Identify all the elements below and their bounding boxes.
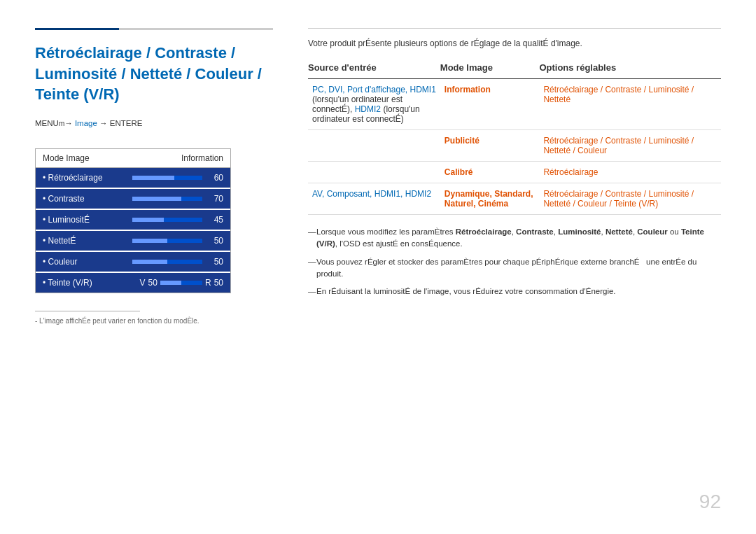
left-column: Rétroéclairage / Contraste / Luminosité … <box>35 28 294 513</box>
osd-row-contraste: • Contraste 70 <box>36 189 230 209</box>
osd-row-nettete: • NettetÉ 50 <box>36 231 230 251</box>
osd-teinte-r-value: 50 <box>214 278 223 288</box>
mode-publicite: Publicité <box>444 136 479 146</box>
osd-bar-fill-luminosite <box>132 218 164 222</box>
osd-label-nettete: • NettetÉ <box>43 236 132 246</box>
osd-row-luminosite: • LuminositÉ 45 <box>36 210 230 230</box>
source-pc-dvi: PC, DVI, Port d'affichage, HDMI1 <box>312 85 436 94</box>
info-table: Source d'entrée Mode Image Options régla… <box>308 59 721 215</box>
osd-value-nettete: 50 <box>208 236 223 246</box>
osd-value-contraste: 70 <box>208 194 223 204</box>
table-row-pc: PC, DVI, Port d'affichage, HDMI1 (lorsqu… <box>308 79 721 130</box>
source-cell-empty1 <box>308 130 440 162</box>
source-cell-av: AV, Composant, HDMI1, HDMI2 <box>308 183 440 215</box>
mode-cell-publicite: Publicité <box>440 130 540 162</box>
osd-value-retroeclairage: 60 <box>208 173 223 183</box>
footnote-line <box>35 311 140 311</box>
header-options: Options réglables <box>539 59 721 79</box>
options-cell-av: Rétroéclairage / Contraste / Luminosité … <box>539 183 721 215</box>
option-info: Rétroéclairage / Contraste / Luminosité … <box>543 85 694 104</box>
source-hdmi2: HDMI2 <box>355 104 381 114</box>
mode-cell-calibre: Calibré <box>440 162 540 183</box>
osd-bar-fill-nettete <box>132 239 167 243</box>
table-row-av: AV, Composant, HDMI1, HDMI2 Dynamique, S… <box>308 183 721 215</box>
options-cell-information: Rétroéclairage / Contraste / Luminosité … <box>539 79 721 130</box>
notes-section: Lorsque vous modifiez les paramÈtres Rét… <box>308 226 721 297</box>
right-column: Votre produit prÉsente plusieurs options… <box>294 28 721 513</box>
osd-bar-contraste <box>132 197 202 201</box>
osd-mode-label: Mode Image <box>43 153 181 163</box>
osd-value-couleur: 50 <box>208 257 223 267</box>
note-2: Vous pouvez rÉgler et stocker des paramÈ… <box>308 256 721 281</box>
title-bar-blue <box>35 28 119 30</box>
title-bar <box>35 28 273 30</box>
table-row-publicite: Publicité Rétroéclairage / Contraste / L… <box>308 130 721 162</box>
mode-cell-information: Information <box>440 79 540 130</box>
osd-label-retroeclairage: • Rétroéclairage <box>43 173 132 183</box>
osd-row-retroeclairage: • Rétroéclairage 60 <box>36 168 230 188</box>
osd-label-luminosite: • LuminositÉ <box>43 215 132 225</box>
osd-bar-luminosite <box>132 218 202 222</box>
footnote-text: - L'image affichÉe peut varier en foncti… <box>35 317 273 325</box>
source-av: AV, Composant, HDMI1, HDMI2 <box>312 189 431 199</box>
source-cell-pc: PC, DVI, Port d'affichage, HDMI1 (lorsqu… <box>308 79 440 130</box>
source-cell-empty2 <box>308 162 440 183</box>
osd-row-teinte: • Teinte (V/R) V 50 R 50 <box>36 273 230 293</box>
option-publicite: Rétroéclairage / Contraste / Luminosité … <box>543 136 694 155</box>
page-title: Rétroéclairage / Contraste / Luminosité … <box>35 43 273 105</box>
osd-teinte-v-value: 50 <box>148 278 158 288</box>
header-source: Source d'entrée <box>308 59 440 79</box>
page-number: 92 <box>699 491 721 513</box>
osd-bar-fill-contraste <box>132 197 181 201</box>
option-av: Rétroéclairage / Contraste / Luminosité … <box>543 189 694 209</box>
option-calibre: Rétroéclairage <box>543 167 598 177</box>
osd-label-teinte: • Teinte (V/R) <box>43 278 140 288</box>
osd-bar-nettete <box>132 239 202 243</box>
osd-label-contraste: • Contraste <box>43 194 132 204</box>
intro-text: Votre produit prÉsente plusieurs options… <box>308 38 721 48</box>
mode-av: Dynamique, Standard, Naturel, Cinéma <box>444 189 533 209</box>
right-top-line <box>308 28 721 29</box>
mode-information: Information <box>444 85 491 94</box>
osd-info-label: Information <box>181 153 223 163</box>
osd-bar-fill-teinte-v <box>160 281 181 285</box>
osd-value-luminosite: 45 <box>208 215 223 225</box>
mode-cell-av: Dynamique, Standard, Naturel, Cinéma <box>440 183 540 215</box>
menu-path: MENUm→ Image → ENTERE <box>35 119 273 127</box>
osd-bar-fill-couleur <box>132 260 167 264</box>
osd-bar-fill-retroeclairage <box>132 176 174 180</box>
header-mode: Mode Image <box>440 59 540 79</box>
osd-label-couleur: • Couleur <box>43 257 132 267</box>
osd-teinte-v-label: V <box>140 278 146 288</box>
osd-bar-retroeclairage <box>132 176 202 180</box>
osd-bar-teinte-v <box>160 281 202 285</box>
osd-row-couleur: • Couleur 50 <box>36 252 230 272</box>
note-3: En rÉduisant la luminositÉ de l'image, v… <box>308 286 721 297</box>
note-1: Lorsque vous modifiez les paramÈtres Rét… <box>308 226 721 251</box>
osd-panel: Mode Image Information • Rétroéclairage … <box>35 148 231 293</box>
osd-teinte-r-label: R <box>205 278 211 288</box>
options-cell-calibre: Rétroéclairage <box>539 162 721 183</box>
mode-calibre: Calibré <box>444 167 473 177</box>
osd-bar-couleur <box>132 260 202 264</box>
options-cell-publicite: Rétroéclairage / Contraste / Luminosité … <box>539 130 721 162</box>
osd-header: Mode Image Information <box>36 149 230 168</box>
table-row-calibre: Calibré Rétroéclairage <box>308 162 721 183</box>
title-bar-gray <box>119 28 273 30</box>
